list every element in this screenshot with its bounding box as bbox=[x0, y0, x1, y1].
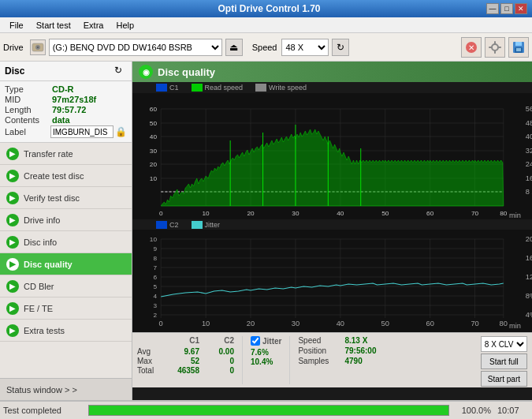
menu-file[interactable]: File bbox=[3, 19, 30, 32]
status-window-button[interactable]: Status window > > bbox=[0, 378, 132, 400]
sidebar-item-transfer-rate[interactable]: ▶ Transfer rate bbox=[0, 143, 132, 165]
jitter-legend-color bbox=[192, 221, 203, 229]
svg-text:56 X: 56 X bbox=[526, 105, 532, 113]
title-bar: Opti Drive Control 1.70 — □ ✕ bbox=[0, 0, 532, 17]
drive-select[interactable]: (G:) BENQ DVD DD DW1640 BSRB bbox=[49, 39, 222, 56]
speed-mode-select[interactable]: 8 X CLV bbox=[481, 336, 527, 352]
svg-text:70: 70 bbox=[471, 210, 479, 217]
svg-text:0: 0 bbox=[159, 320, 163, 327]
drive-label: Drive bbox=[3, 43, 24, 52]
label-lock-icon[interactable]: 🔒 bbox=[115, 126, 127, 137]
drive-info-icon: ▶ bbox=[6, 214, 19, 226]
svg-rect-11 bbox=[515, 42, 522, 46]
start-part-button[interactable]: Start part bbox=[481, 371, 527, 387]
svg-text:10: 10 bbox=[202, 320, 210, 327]
maximize-button[interactable]: □ bbox=[500, 3, 513, 14]
sidebar-item-drive-info[interactable]: ▶ Drive info bbox=[0, 209, 132, 231]
total-c2-value: 0 bbox=[203, 366, 234, 375]
window-controls[interactable]: — □ ✕ bbox=[486, 3, 527, 14]
sidebar-item-verify-test-disc[interactable]: ▶ Verify test disc bbox=[0, 187, 132, 209]
drive-icon bbox=[30, 39, 46, 55]
svg-text:80: 80 bbox=[500, 210, 508, 217]
c1-legend-label: C1 bbox=[169, 84, 179, 92]
stats-bar: C1 C2 Avg 9.67 0.00 Max 52 0 Total 46358… bbox=[132, 332, 532, 387]
sidebar-item-extra-tests[interactable]: ▶ Extra tests bbox=[0, 320, 132, 342]
mid-label: MID bbox=[5, 95, 52, 104]
length-label: Length bbox=[5, 105, 52, 114]
save-button[interactable] bbox=[508, 37, 529, 58]
c2-header: C2 bbox=[203, 336, 234, 345]
svg-text:4: 4 bbox=[153, 293, 157, 300]
write-speed-legend-label: Write speed bbox=[269, 84, 307, 92]
speed-select[interactable]: 48 X bbox=[281, 39, 329, 56]
svg-text:5: 5 bbox=[153, 283, 157, 290]
jitter-checkbox[interactable] bbox=[251, 336, 260, 346]
verify-test-disc-icon: ▶ bbox=[6, 192, 19, 204]
svg-text:16%: 16% bbox=[526, 254, 532, 262]
close-button[interactable]: ✕ bbox=[515, 3, 527, 14]
type-value: CD-R bbox=[52, 84, 74, 94]
eject-button[interactable]: ⏏ bbox=[225, 39, 243, 56]
menu-help[interactable]: Help bbox=[110, 19, 140, 32]
svg-text:80: 80 bbox=[500, 320, 508, 327]
status-window-label: Status window > > bbox=[6, 385, 77, 395]
sidebar-item-disc-info[interactable]: ▶ Disc info bbox=[0, 231, 132, 253]
read-speed-legend-color bbox=[192, 84, 203, 92]
sidebar-item-create-test-disc[interactable]: ▶ Create test disc bbox=[0, 165, 132, 187]
svg-text:9: 9 bbox=[153, 245, 157, 253]
start-full-button[interactable]: Start full bbox=[481, 354, 527, 369]
svg-text:30: 30 bbox=[292, 320, 299, 327]
sidebar-item-disc-quality[interactable]: ▶ Disc quality bbox=[0, 253, 132, 275]
settings-button[interactable] bbox=[485, 37, 505, 58]
sidebar-item-fe-te[interactable]: ▶ FE / TE bbox=[0, 297, 132, 320]
disc-quality-title: Disc quality bbox=[158, 66, 215, 78]
svg-rect-6 bbox=[494, 41, 496, 44]
menu-start-test[interactable]: Start test bbox=[30, 19, 77, 32]
c1-legend-color bbox=[156, 84, 167, 92]
max-jitter-value: 10.4% bbox=[251, 357, 281, 366]
type-label: Type bbox=[5, 84, 52, 94]
cd-bler-icon: ▶ bbox=[6, 280, 19, 293]
svg-text:✕: ✕ bbox=[468, 43, 474, 52]
menu-extra[interactable]: Extra bbox=[77, 19, 110, 32]
svg-text:50: 50 bbox=[150, 120, 158, 127]
minimize-button[interactable]: — bbox=[486, 3, 499, 14]
svg-rect-9 bbox=[498, 47, 501, 48]
svg-text:3: 3 bbox=[153, 302, 157, 309]
svg-text:6: 6 bbox=[153, 274, 157, 281]
disc-info-panel: Type CD-R MID 97m27s18f Length 79:57.72 … bbox=[0, 81, 132, 143]
refresh-button[interactable]: ↻ bbox=[332, 39, 349, 56]
toolbar: Drive (G:) BENQ DVD DD DW1640 BSRB ⏏ Spe… bbox=[0, 33, 532, 62]
svg-text:70: 70 bbox=[471, 320, 478, 327]
svg-text:50: 50 bbox=[381, 320, 389, 327]
transfer-rate-label: Transfer rate bbox=[24, 149, 73, 159]
svg-rect-8 bbox=[489, 47, 492, 48]
app-title: Opti Drive Control 1.70 bbox=[52, 3, 486, 14]
write-speed-legend-color bbox=[255, 84, 266, 92]
read-speed-legend-label: Read speed bbox=[205, 84, 244, 92]
extra-tests-label: Extra tests bbox=[24, 326, 65, 335]
svg-text:10: 10 bbox=[203, 210, 210, 217]
status-bar: Test completed 100.0% 10:07 bbox=[0, 400, 532, 419]
erase-button[interactable]: ✕ bbox=[461, 37, 482, 58]
svg-text:60: 60 bbox=[150, 106, 158, 113]
disc-refresh-button[interactable]: ↻ bbox=[114, 65, 127, 77]
avg-c1-value: 9.67 bbox=[168, 347, 199, 356]
svg-text:10: 10 bbox=[150, 236, 158, 243]
max-c2-value: 0 bbox=[203, 357, 234, 365]
sidebar: Disc ↻ Type CD-R MID 97m27s18f Length 79… bbox=[0, 62, 132, 400]
sidebar-item-cd-bler[interactable]: ▶ CD Bler bbox=[0, 275, 132, 297]
progress-bar-fill bbox=[89, 406, 448, 415]
label-label: Label bbox=[5, 127, 50, 137]
svg-text:8%: 8% bbox=[526, 292, 532, 300]
svg-text:40: 40 bbox=[337, 320, 344, 327]
progress-bar-wrap bbox=[88, 405, 449, 416]
label-input[interactable] bbox=[50, 125, 113, 138]
contents-label: Contents bbox=[5, 115, 52, 125]
samples-stat-label: Samples bbox=[298, 357, 341, 365]
menu-bar: File Start test Extra Help bbox=[0, 17, 532, 33]
chart-top: 60 50 40 30 20 10 0 10 20 30 40 50 60 70… bbox=[132, 93, 532, 219]
avg-c2-value: 0.00 bbox=[203, 347, 234, 356]
svg-text:2: 2 bbox=[153, 312, 157, 319]
avg-label: Avg bbox=[137, 347, 165, 356]
